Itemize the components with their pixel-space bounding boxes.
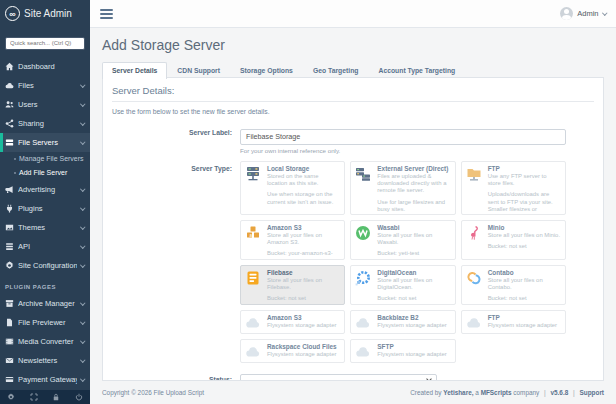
lock-icon[interactable]	[45, 390, 68, 404]
sidebar-item-sharing[interactable]: Sharing	[0, 114, 90, 133]
chevron-down-icon	[80, 339, 85, 344]
users-icon	[5, 100, 14, 109]
sidebar-item-plugins[interactable]: Plugins	[0, 199, 90, 218]
chevron-down-icon	[80, 225, 85, 230]
brand[interactable]: ∞ Site Admin	[0, 0, 90, 27]
site-logo-icon: ∞	[5, 6, 20, 21]
chevron-down-icon	[80, 263, 85, 268]
credit-card-icon	[5, 375, 14, 384]
megaphone-icon	[5, 185, 14, 194]
sidebar-item-dashboard[interactable]: Dashboard	[0, 57, 90, 76]
archive-icon	[5, 299, 14, 308]
sidebar-item-media-converter[interactable]: Media Converter	[0, 332, 90, 351]
sidebar-menu: Dashboard Files Users Sharing File Serve…	[0, 57, 90, 389]
chevron-down-icon	[80, 187, 85, 192]
s3-boxes-icon: a	[245, 224, 263, 256]
tab-server-details[interactable]: Server Details	[102, 62, 167, 79]
sidebar-item-api[interactable]: API	[0, 237, 90, 256]
status-select[interactable]: Active	[240, 374, 437, 382]
server-type-backblaze-b2[interactable]: Backblaze B2Flysystem storage adapter	[350, 310, 455, 334]
server-type-external-server[interactable]: External Server (Direct)Files are upload…	[350, 161, 455, 215]
sidebar-item-newsletters[interactable]: Newsletters	[0, 351, 90, 370]
sidebar-item-archive-manager[interactable]: Archive Manager	[0, 294, 90, 313]
share-icon	[5, 119, 14, 128]
server-rack-icon	[245, 165, 263, 211]
footer: Copyright © 2026 File Upload Script Crea…	[90, 381, 616, 404]
server-type-rackspace-cloud-files[interactable]: Rackspace Cloud FilesFlysystem storage a…	[240, 339, 345, 363]
settings-icon[interactable]	[0, 390, 23, 404]
user-menu[interactable]: Admin	[560, 7, 606, 20]
server-type-amazon-s3-flysystem[interactable]: Amazon S3Flysystem storage adapter	[240, 310, 345, 334]
wasabi-logo-icon	[355, 224, 373, 256]
chevron-down-icon	[80, 320, 85, 325]
sidebar-item-site-configuration[interactable]: Site Configuration	[0, 256, 90, 275]
main-area: Admin Add Storage Server Server Details …	[90, 0, 616, 404]
server-type-filebase[interactable]: FilebaseStore all your files on Filebase…	[240, 265, 345, 305]
plugin-pages-heading: PLUGIN PAGES	[0, 275, 90, 294]
sidebar-item-files[interactable]: Files	[0, 76, 90, 95]
server-type-amazon-s3[interactable]: a Amazon S3Store all your files on Amazo…	[240, 220, 345, 260]
folder-network-icon	[466, 165, 484, 211]
sidebar-item-payment-gateways[interactable]: Payment Gateways	[0, 370, 90, 389]
filebase-logo-icon	[245, 269, 263, 301]
fullscreen-icon[interactable]	[23, 390, 46, 404]
contabo-cloud-icon	[466, 269, 484, 301]
chevron-down-icon	[80, 140, 85, 145]
server-type-local-storage[interactable]: Local StorageStored on the same location…	[240, 161, 345, 215]
power-icon[interactable]	[68, 390, 91, 404]
server-type-wasabi[interactable]: WasabiStore all your files on Wasabi.Buc…	[350, 220, 455, 260]
server-type-ftp-flysystem[interactable]: FTPFlysystem storage adapter	[461, 310, 566, 334]
chevron-down-icon	[80, 358, 85, 363]
page-title: Add Storage Server	[102, 37, 604, 53]
status-label: Status:	[112, 371, 240, 382]
chevron-down-icon	[80, 244, 85, 249]
sidebar-item-users[interactable]: Users	[0, 95, 90, 114]
vendor-link[interactable]: Yetishare,	[443, 389, 473, 396]
cloud-icon	[355, 314, 373, 330]
dual-server-icon	[355, 165, 373, 211]
sidebar-item-file-previewer[interactable]: File Previewer	[0, 313, 90, 332]
chevron-down-icon	[80, 121, 85, 126]
chevron-down-icon	[80, 102, 85, 107]
sidebar-item-add-file-server[interactable]: Add File Server	[0, 166, 90, 180]
chevron-down-icon	[602, 10, 607, 15]
sidebar: ∞ Site Admin Dashboard Files Users	[0, 0, 90, 404]
chevron-down-icon	[80, 83, 85, 88]
content: Add Storage Server Server Details CDN Su…	[90, 28, 616, 381]
plugin-icon	[5, 204, 14, 213]
cloud-icon	[355, 343, 373, 359]
chevron-down-icon	[80, 206, 85, 211]
server-type-grid: Local StorageStored on the same location…	[240, 161, 566, 363]
search-input[interactable]	[5, 37, 85, 50]
server-type-ftp[interactable]: FTPUse any FTP server to store files.Upl…	[461, 161, 566, 215]
server-type-digitalocean[interactable]: DigitalOceanStore all your files on Digi…	[350, 265, 455, 305]
sidebar-footer-strip	[0, 390, 90, 404]
sidebar-item-themes[interactable]: Themes	[0, 218, 90, 237]
user-name: Admin	[577, 9, 598, 18]
sidebar-item-advertising[interactable]: Advertising	[0, 180, 90, 199]
home-icon	[5, 62, 14, 71]
company-link[interactable]: MFScripts	[481, 389, 512, 396]
server-label-input[interactable]	[240, 129, 566, 145]
svg-text:a: a	[250, 233, 253, 238]
avatar	[560, 7, 573, 20]
version-text: v5.6.8	[550, 389, 568, 396]
image-icon	[5, 223, 14, 232]
server-type-sftp[interactable]: SFTPFlysystem storage adapter	[350, 339, 455, 363]
gear-icon	[5, 261, 14, 270]
file-servers-icon	[5, 138, 14, 147]
stack-icon	[5, 242, 14, 251]
sidebar-item-manage-file-servers[interactable]: Manage File Servers	[0, 152, 90, 166]
server-type-contabo[interactable]: ContaboStore all your files on Contabo.B…	[461, 265, 566, 305]
sidebar-item-file-servers[interactable]: File Servers	[0, 133, 90, 152]
server-details-panel: Server Details: Use the form below to se…	[102, 77, 604, 381]
cloud-icon	[466, 314, 484, 330]
file-icon	[5, 318, 14, 327]
server-type-label: Server Type:	[112, 161, 240, 363]
panel-intro: Use the form below to set the new file s…	[112, 108, 594, 115]
chevron-down-icon	[80, 377, 85, 382]
support-link[interactable]: Support	[580, 389, 605, 396]
minio-flamingo-icon	[466, 224, 484, 256]
menu-toggle-icon[interactable]	[100, 9, 113, 19]
server-type-minio[interactable]: MinioStore all your files on Minio.Bucke…	[461, 220, 566, 260]
